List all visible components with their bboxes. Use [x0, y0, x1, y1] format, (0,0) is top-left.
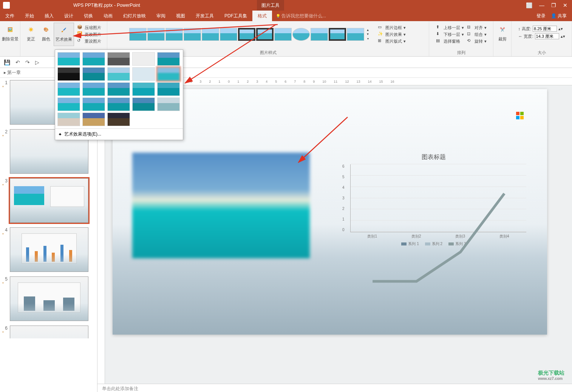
effect-thumb-hovered[interactable]: [157, 67, 180, 81]
picture-effects-button[interactable]: ✨图片效果 ▾: [376, 31, 407, 38]
style-thumb[interactable]: [238, 28, 255, 41]
effect-thumb[interactable]: [82, 113, 105, 126]
style-thumb[interactable]: [147, 28, 165, 41]
artistic-effects-options[interactable]: ✦ 艺术效果选项(E)...: [55, 128, 183, 140]
close-icon[interactable]: ✕: [563, 2, 567, 8]
effect-thumb[interactable]: [107, 82, 130, 96]
rotate-button[interactable]: ⟲旋转 ▾: [465, 38, 488, 45]
effect-thumb[interactable]: [157, 97, 180, 111]
effect-thumb[interactable]: [82, 52, 105, 66]
style-thumb[interactable]: [311, 28, 328, 41]
chart-object[interactable]: 图表标题 0123456 类别1类别2类别3类别4 系列 1系列 2系列 3: [341, 153, 526, 244]
slide-item-4[interactable]: 4*: [0, 225, 97, 274]
slideshow-start-button[interactable]: ▷: [35, 59, 39, 65]
effect-thumb[interactable]: [107, 97, 130, 111]
send-backward-button[interactable]: ⬇下移一层 ▾: [434, 31, 465, 38]
effect-thumb[interactable]: [57, 97, 80, 111]
effect-thumb[interactable]: [157, 52, 180, 66]
slide-item-5[interactable]: 5*: [0, 274, 97, 323]
height-field[interactable]: ↕ 高度: ▴▾: [518, 26, 565, 32]
tab-slideshow[interactable]: 幻灯片放映: [118, 11, 151, 21]
style-thumb[interactable]: [220, 28, 237, 41]
style-thumb[interactable]: [347, 28, 364, 41]
reset-pic-button[interactable]: ↺重设图片: [76, 38, 103, 45]
effect-thumb[interactable]: [82, 82, 105, 96]
effect-thumb[interactable]: [107, 52, 130, 66]
tell-me-input[interactable]: 告诉我您想要做什么...: [276, 13, 326, 19]
change-icon: 🔁: [77, 31, 83, 37]
slide-item-6[interactable]: 6*: [0, 323, 97, 338]
picture-border-button[interactable]: ▭图片边框 ▾: [376, 24, 407, 31]
filename: WPS PPT教程.pptx: [73, 2, 113, 9]
tab-animation[interactable]: 动画: [98, 11, 118, 21]
chart-title: 图表标题: [341, 153, 526, 161]
crop-button[interactable]: ✂️ 裁剪: [495, 23, 510, 43]
remove-bg-icon: 🖼️: [4, 23, 16, 35]
stepper-icon[interactable]: ▴▾: [558, 26, 563, 31]
picture-styles-gallery[interactable]: ▲▼▾: [129, 28, 371, 41]
tab-insert[interactable]: 插入: [39, 11, 59, 21]
effect-thumb[interactable]: [132, 82, 155, 96]
style-thumb[interactable]: [274, 28, 292, 41]
height-input[interactable]: [533, 26, 557, 32]
style-thumb[interactable]: [256, 28, 274, 41]
selection-icon: ▤: [436, 38, 442, 44]
tab-format[interactable]: 格式: [252, 11, 272, 21]
style-thumb[interactable]: [202, 28, 219, 41]
effect-thumb[interactable]: [57, 67, 80, 81]
svg-rect-2: [516, 116, 519, 119]
gallery-more-button[interactable]: ▲▼▾: [365, 28, 371, 41]
style-thumb[interactable]: [292, 28, 310, 41]
undo-button[interactable]: ↶: [15, 59, 20, 65]
effect-thumb[interactable]: [82, 97, 105, 111]
effect-thumb[interactable]: [57, 52, 80, 66]
color-button[interactable]: 🎨 颜色: [39, 23, 54, 46]
tab-file[interactable]: 文件: [0, 11, 20, 21]
tab-devtools[interactable]: 开发工具: [190, 11, 219, 21]
ribbon-opts-icon[interactable]: ⬜: [526, 2, 532, 8]
tab-transition[interactable]: 切换: [79, 11, 98, 21]
effect-thumb[interactable]: [157, 82, 180, 96]
redo-button[interactable]: ↷: [25, 59, 30, 65]
style-thumb[interactable]: [165, 28, 183, 41]
minimize-icon[interactable]: —: [539, 2, 544, 8]
selected-image[interactable]: [132, 153, 310, 258]
style-thumb[interactable]: [184, 28, 201, 41]
login-button[interactable]: 登录: [536, 13, 546, 19]
artistic-effects-button[interactable]: 🖌️ 艺术效果: [54, 23, 74, 46]
corrections-button[interactable]: ☀️ 更正: [23, 23, 39, 46]
context-tool-tab[interactable]: 图片工具: [257, 0, 284, 11]
slide-item-3[interactable]: 3*: [0, 176, 97, 225]
share-button[interactable]: 👤 共享: [551, 13, 567, 19]
style-thumb[interactable]: [129, 28, 147, 41]
effect-thumb[interactable]: [82, 67, 105, 81]
tab-home[interactable]: 开始: [20, 11, 39, 21]
group-label-styles: 图片样式: [260, 50, 277, 56]
align-button[interactable]: ⊟对齐 ▾: [465, 24, 488, 31]
bring-forward-button[interactable]: ⬆上移一层 ▾: [434, 24, 465, 31]
width-field[interactable]: ↔ 宽度: ▴▾: [518, 33, 565, 39]
notes-pane[interactable]: 单击此处添加备注: [97, 384, 572, 392]
change-pic-button[interactable]: 🔁更改图片: [76, 31, 103, 38]
maximize-icon[interactable]: ❐: [551, 2, 556, 8]
width-input[interactable]: [535, 33, 559, 39]
effect-thumb[interactable]: [57, 113, 80, 126]
effect-thumb[interactable]: [107, 113, 130, 126]
remove-background-button[interactable]: 🖼️ 删除背景: [0, 23, 20, 43]
effect-thumb[interactable]: [132, 67, 155, 81]
tab-review[interactable]: 审阅: [151, 11, 171, 21]
effect-thumb[interactable]: [107, 67, 130, 81]
effect-thumb[interactable]: [57, 82, 80, 96]
save-button[interactable]: 💾: [4, 59, 10, 65]
group-button[interactable]: ⊡组合 ▾: [465, 31, 488, 38]
style-thumb[interactable]: [329, 28, 346, 41]
effect-thumb[interactable]: [132, 97, 155, 111]
compress-button[interactable]: 📦压缩图片: [76, 24, 103, 31]
tab-design[interactable]: 设计: [59, 11, 79, 21]
picture-layout-button[interactable]: ⊞图片版式 ▾: [376, 38, 407, 45]
tab-pdf[interactable]: PDF工具集: [219, 11, 252, 21]
stepper-icon[interactable]: ▴▾: [561, 34, 565, 39]
tab-view[interactable]: 视图: [171, 11, 190, 21]
selection-pane-button[interactable]: ▤选择窗格: [434, 38, 465, 45]
effect-thumb[interactable]: [132, 52, 155, 66]
